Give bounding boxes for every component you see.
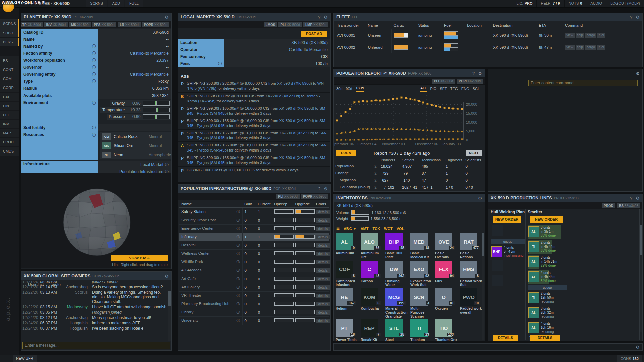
info-icon[interactable]: ⓘ [92,100,96,106]
item-ticker-box[interactable]: PWO10 [460,288,477,306]
new-buffer-button[interactable]: NEW BFR [13,355,37,362]
sidebar-item-inv[interactable]: INV [0,120,19,128]
popi-row[interactable]: VR Theaterⓘ00details [179,292,329,300]
ship-name[interactable]: Unheard [366,41,391,53]
item-ticker-box[interactable]: STL25 [385,319,403,337]
range-tab-30d[interactable]: 30d [336,87,342,92]
info-icon[interactable]: ⓘ [374,164,377,169]
breadcrumb-chip[interactable]: INVXK-590d [44,22,68,27]
top-right-audio[interactable]: AUDIO [586,0,606,7]
info-icon[interactable]: ⓘ [374,171,377,176]
item-ticker-box[interactable]: SCN3 [410,288,428,306]
info-icon[interactable]: ⓘ [237,277,240,281]
message-author[interactable]: Hoogalish [59,321,90,325]
popi-row[interactable]: Planetary Broadcasting Hubⓘ00details [179,300,329,308]
info-icon[interactable]: ⓘ [237,268,240,273]
breadcrumb-chip[interactable]: PLIXK-590d [278,22,302,27]
ship-name[interactable]: Unseen [366,29,391,41]
ad-link[interactable]: XK-590 d (XK-590d) [277,81,312,85]
info-icon[interactable]: ⓘ [374,178,377,183]
row-value[interactable]: Castillo-Ito Mercantile [98,50,171,57]
inventory-item[interactable]: PWO10Padded work overall [460,288,483,318]
command-ship-button[interactable]: ship [576,45,584,50]
production-order[interactable]: AL8 units20h 32mrecurring [528,306,567,320]
production-order[interactable]: BHP4 units5h 43minput missing [491,245,525,259]
destination-link[interactable]: XK-590 d (XK-590d) [493,45,528,49]
help-icon[interactable]: ? [318,15,320,20]
breadcrumb-chip[interactable]: MSXK-590 [69,22,90,27]
inventory-item[interactable]: MED18Basic Medical Kit [410,233,433,259]
ship-transponder-link[interactable]: AVI-00002 [337,45,355,49]
inventory-item[interactable]: AL9Aluminium [336,233,359,259]
info-icon[interactable]: ⓘ [92,132,96,138]
help-icon[interactable]: ? [318,186,320,191]
help-icon[interactable]: ? [630,196,632,201]
market-ad[interactable]: PSHIPPING 399.30t / 165.00m³ @ 16,000.00… [178,105,330,117]
gear-icon[interactable]: ⚙ [165,15,169,20]
empty-slot[interactable] [492,275,503,286]
new-order-button[interactable]: NEW ORDER [493,216,521,223]
sidebar-item-sdbr[interactable]: SDBR [0,28,19,37]
breadcrumb-chip[interactable]: PLIXK-590d [432,79,455,84]
command-cargo-button[interactable]: cargo [585,33,596,38]
production-order[interactable]: TI2 unitsin 4h 44m63% done [528,240,567,254]
details-button[interactable]: details [316,302,330,306]
item-ticker-box[interactable]: TIO133 [435,319,452,337]
top-tab-add[interactable]: ADD [108,0,124,7]
command-fuel-button[interactable]: fuel [597,33,605,38]
sidebar-item-bfrs[interactable]: BFRS [0,38,19,46]
sort-vol-button[interactable]: VOL [397,227,405,231]
details-button[interactable]: details [316,235,330,239]
gear-icon[interactable]: ⚙ [636,15,640,20]
top-right-help[interactable]: HELP:7 / 9 [536,0,564,7]
message-author[interactable]: Scorus [59,290,90,304]
message-author[interactable]: Hoogalish [59,326,90,331]
info-icon[interactable]: ⓘ [237,293,240,298]
market-ad[interactable]: PSHIPPING 399.30t / 165.00m³ @ 16,000.00… [178,130,330,142]
item-ticker-box[interactable]: KOM6 [361,288,378,306]
item-ticker-box[interactable]: AL9 [336,233,353,250]
info-icon[interactable]: ⓘ [92,65,96,70]
command-ship-button[interactable]: ship [576,33,584,38]
item-ticker-box[interactable]: HMS8 [460,261,477,278]
inventory-item[interactable]: SCN3Multi-Purpose Scanner [410,288,433,318]
command-view-button[interactable]: view [565,33,575,38]
production-order[interactable]: TI2 units12h 50mrecurring [528,291,567,305]
popi-row[interactable]: Security Drone Postⓘ00details [179,216,329,225]
top-tab-full[interactable]: FULL [125,0,143,7]
message-author[interactable] [59,310,90,315]
breadcrumb-chip[interactable]: POPRXK-590d [301,194,328,199]
command-cargo-button[interactable]: cargo [585,45,596,50]
info-icon[interactable]: ⓘ [237,260,240,264]
details-button[interactable]: details [316,310,330,315]
info-icon[interactable]: ⓘ [237,226,240,231]
ship-destination[interactable]: XK-590 d (XK-590d) [491,41,537,53]
info-icon[interactable]: ⓘ [237,209,240,214]
ad-link[interactable]: XK-590 d (XK-590d) [279,131,314,135]
sidebar-item-com[interactable]: COM [0,74,19,83]
item-ticker-box[interactable]: REP7 [361,319,378,337]
production-scrollbar[interactable] [639,225,642,332]
popi-row[interactable]: Libraryⓘ00details [179,308,329,317]
row-value[interactable]: Castillo-Ito Mercantile [98,71,171,78]
item-ticker-box[interactable]: OVE24 [435,233,452,250]
command-fuel-button[interactable]: fuel [597,45,605,50]
market-ad[interactable]: ASHIPPING 399.30t / 165.00m³ @ 18,000.00… [178,142,330,154]
message-author[interactable]: Anchorshag [59,285,90,289]
ship-transponder-link[interactable]: AVI-00001 [337,33,355,37]
breadcrumb-chip[interactable]: PROD [602,203,615,208]
inventory-item[interactable]: ALO66Aluminium Ore [361,233,383,259]
inventory-item[interactable]: EXO92Exoskeleton Work Suit [410,261,433,287]
item-ticker-box[interactable]: FLX94 [435,261,452,278]
info-icon[interactable]: ⓘ [237,218,240,223]
inventory-location-link[interactable]: XK-590 d (XK-590d) [336,203,373,208]
inventory-item[interactable]: RAT477Basic Rations [460,233,483,259]
sidebar-item-scrns[interactable]: SCRNS [0,19,19,28]
item-ticker-box[interactable]: MED18 [410,233,428,250]
sidebar-item-fin[interactable]: FIN [0,102,19,110]
ship-transponder[interactable]: AVI-00001 [335,29,366,41]
market-ad[interactable]: PSHIPPING 253.80t / 282.00m³ @ 8,000.00 … [178,80,330,93]
details-button[interactable]: details [316,268,330,273]
item-ticker-box[interactable]: O81 [435,288,452,306]
item-ticker-box[interactable]: HE167 [336,288,353,306]
